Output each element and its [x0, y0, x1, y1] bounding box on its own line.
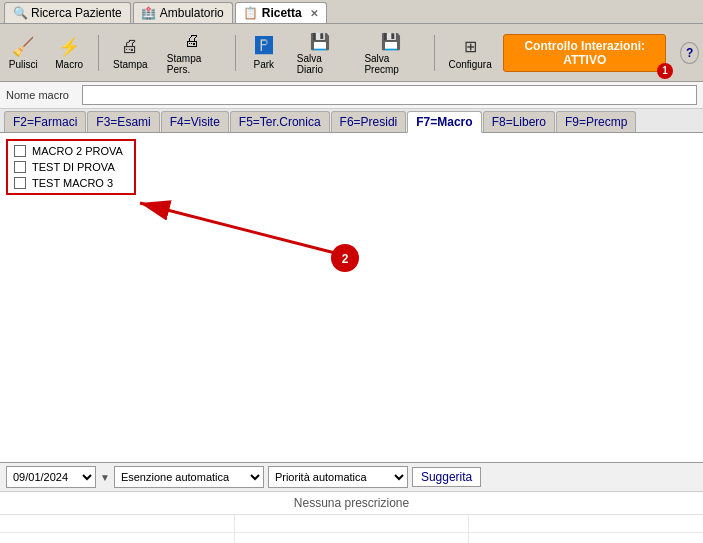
tab-ambulatorio-label: Ambulatorio	[160, 6, 224, 20]
tab-farmaci[interactable]: F2=Farmaci	[4, 111, 86, 132]
svg-line-1	[140, 203, 335, 253]
stampa-label: Stampa	[113, 59, 147, 70]
separator-3	[434, 35, 435, 71]
badge-1: 1	[657, 63, 673, 79]
tab-bar: 🔍 Ricerca Paziente 🏥 Ambulatorio 📋 Ricet…	[0, 0, 703, 24]
prescrizione-cell-2	[235, 515, 470, 532]
ricetta-icon: 📋	[244, 6, 258, 20]
tab-libero[interactable]: F8=Libero	[483, 111, 555, 132]
tab-presidi[interactable]: F6=Presidi	[331, 111, 407, 132]
separator-2	[235, 35, 236, 71]
prescrizione-cell-3	[469, 515, 703, 532]
date-select[interactable]: 09/01/2024	[6, 466, 96, 488]
prescrizione-header: Nessuna prescrizione	[0, 492, 703, 515]
park-button[interactable]: 🅿 Park	[246, 33, 282, 73]
separator-1	[98, 35, 99, 71]
prescrizione-cell-1	[0, 515, 235, 532]
tab-ricerca-label: Ricerca Paziente	[31, 6, 122, 20]
tab-macro[interactable]: F7=Macro	[407, 111, 481, 133]
svg-text:2: 2	[342, 252, 349, 266]
tab-visite[interactable]: F4=Visite	[161, 111, 229, 132]
bottom-status-bar: 09/01/2024 ▼ Esenzione automatica Priori…	[0, 462, 703, 491]
prescrizione-cell-6	[469, 533, 703, 543]
app-wrapper: 🔍 Ricerca Paziente 🏥 Ambulatorio 📋 Ricet…	[0, 0, 703, 543]
macro-checkbox-1[interactable]	[14, 145, 26, 157]
controllo-interazioni-button[interactable]: Controllo Interazioni: ATTIVO 1	[503, 34, 666, 72]
help-label: ?	[686, 46, 693, 60]
nome-macro-row: Nome macro	[0, 82, 703, 109]
tab-ricetta-label: Ricetta	[262, 6, 302, 20]
prescrizione-row-1	[0, 515, 703, 533]
priorita-select[interactable]: Priorità automatica	[268, 466, 408, 488]
tab-ricerca-paziente[interactable]: 🔍 Ricerca Paziente	[4, 2, 131, 23]
macro-label: Macro	[55, 59, 83, 70]
stampa-pers-button[interactable]: 🖨 Stampa Pers.	[160, 27, 225, 78]
salva-precmp-icon: 💾	[380, 30, 402, 52]
tab-ambulatorio[interactable]: 🏥 Ambulatorio	[133, 2, 233, 23]
salva-diario-label: Salva Diario	[297, 53, 343, 75]
park-icon: 🅿	[253, 36, 275, 58]
tab-ter-cronica[interactable]: F5=Ter.Cronica	[230, 111, 330, 132]
salva-diario-icon: 💾	[309, 30, 331, 52]
toolbar: 🧹 Pulisci ⚡ Macro 🖨 Stampa 🖨 Stampa Pers…	[0, 24, 703, 82]
tab-precmp[interactable]: F9=Precmp	[556, 111, 636, 132]
stampa-pers-icon: 🖨	[181, 30, 203, 52]
nome-macro-input[interactable]	[82, 85, 697, 105]
annotation-arrow: 2	[85, 143, 365, 303]
park-label: Park	[254, 59, 275, 70]
ambulatorio-icon: 🏥	[142, 6, 156, 20]
configura-label: Configura	[448, 59, 491, 70]
configure-icon: ⊞	[459, 36, 481, 58]
prescrizione-area: Nessuna prescrizione	[0, 491, 703, 543]
fkey-bar: F2=Farmaci F3=Esami F4=Visite F5=Ter.Cro…	[0, 109, 703, 133]
tab-ricetta[interactable]: 📋 Ricetta ✕	[235, 2, 327, 23]
help-button[interactable]: ?	[680, 42, 699, 64]
stampa-pers-label: Stampa Pers.	[167, 53, 218, 75]
macro-checkbox-2[interactable]	[14, 161, 26, 173]
broom-icon: 🧹	[12, 36, 34, 58]
pulisci-label: Pulisci	[9, 59, 38, 70]
nome-macro-label: Nome macro	[6, 89, 76, 101]
prescrizione-row-2	[0, 533, 703, 543]
salva-precmp-label: Salva Precmp	[364, 53, 417, 75]
macro-button[interactable]: ⚡ Macro	[50, 33, 87, 73]
configura-button[interactable]: ⊞ Configura	[445, 33, 496, 73]
macro-icon: ⚡	[58, 36, 80, 58]
prescrizione-cell-5	[235, 533, 470, 543]
suggerita-label: Suggerita	[421, 470, 472, 484]
search-icon: 🔍	[13, 6, 27, 20]
date-dropdown-arrow: ▼	[100, 472, 110, 483]
controllo-label: Controllo Interazioni: ATTIVO	[524, 39, 645, 67]
esenzione-select[interactable]: Esenzione automatica	[114, 466, 264, 488]
stampa-button[interactable]: 🖨 Stampa	[109, 33, 152, 73]
printer-icon: 🖨	[119, 36, 141, 58]
prescrizione-rows	[0, 515, 703, 543]
macro-checkbox-3[interactable]	[14, 177, 26, 189]
salva-diario-button[interactable]: 💾 Salva Diario	[290, 27, 350, 78]
suggerita-button[interactable]: Suggerita	[412, 467, 481, 487]
prescrizione-cell-4	[0, 533, 235, 543]
content-area: MACRO 2 PROVA TEST DI PROVA TEST MACRO 3	[0, 133, 703, 543]
tab-esami[interactable]: F3=Esami	[87, 111, 159, 132]
salva-precmp-button[interactable]: 💾 Salva Precmp	[357, 27, 424, 78]
pulisci-button[interactable]: 🧹 Pulisci	[4, 33, 42, 73]
tab-close-icon[interactable]: ✕	[310, 8, 318, 19]
